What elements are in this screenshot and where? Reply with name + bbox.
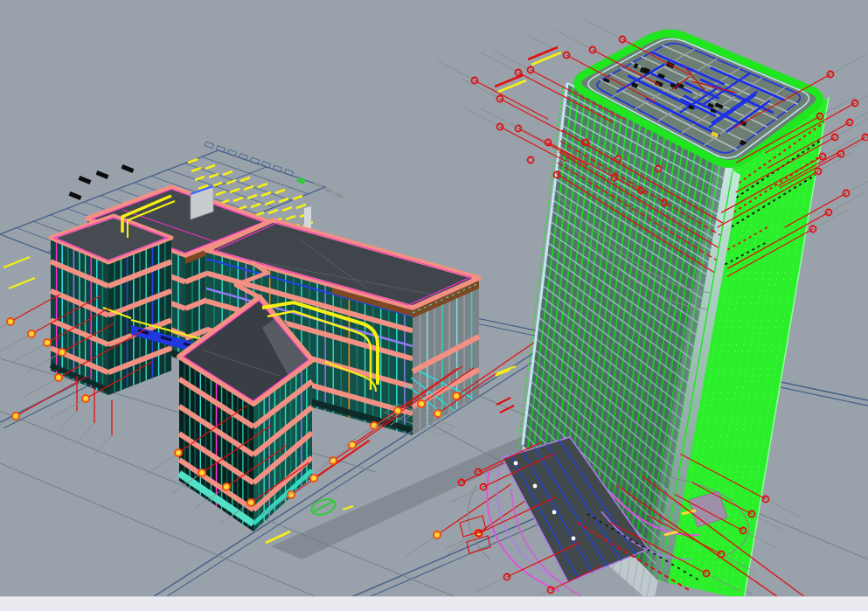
cad-window bbox=[0, 0, 868, 611]
viewport-3d[interactable] bbox=[0, 0, 868, 611]
status-bar bbox=[0, 596, 868, 611]
